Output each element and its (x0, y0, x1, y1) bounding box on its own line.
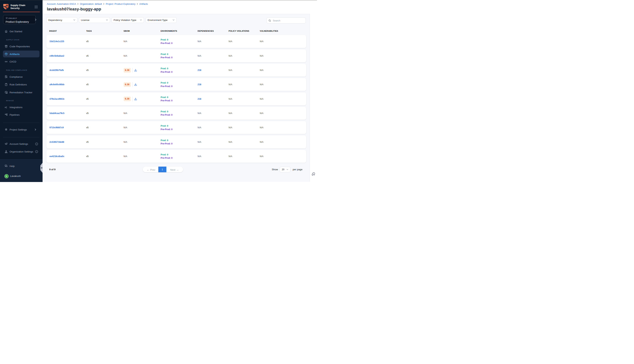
svg-text:?: ? (6, 165, 6, 166)
